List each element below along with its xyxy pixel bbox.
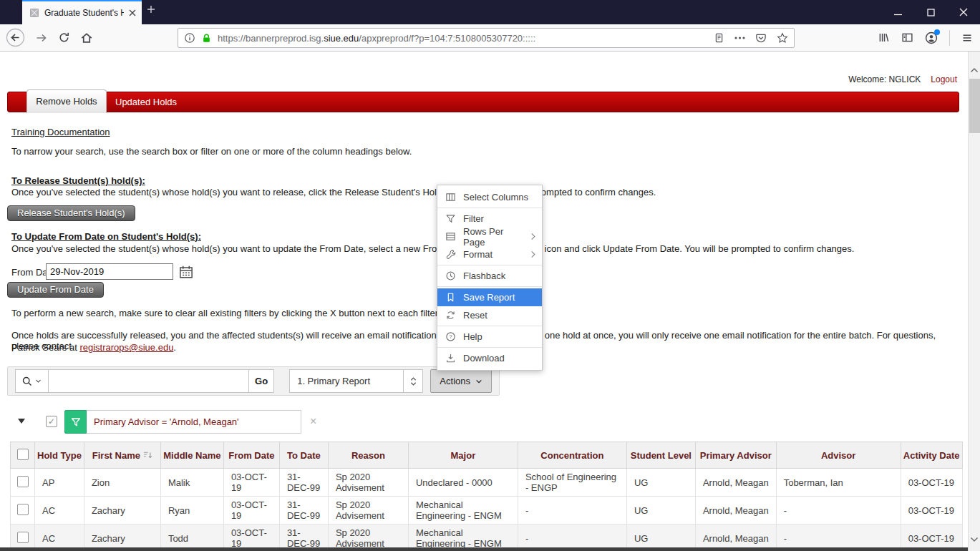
menu-item-filter[interactable]: Filter <box>437 210 542 228</box>
col-header-activity-date[interactable]: Activity Date <box>901 442 962 469</box>
scroll-up-arrow[interactable] <box>970 67 979 73</box>
screen: { "browser": { "tab_title": "Graduate St… <box>0 0 980 551</box>
browser-tab[interactable]: Graduate Student's Holds <box>22 0 142 24</box>
menu-item-save-report[interactable]: Save Report <box>437 288 542 306</box>
saved-report-select[interactable]: 1. Primary Report <box>289 369 423 393</box>
submenu-chevron-icon <box>530 250 536 258</box>
reset-icon <box>445 310 456 321</box>
calendar-icon[interactable] <box>179 265 193 279</box>
menu-item-rows-per-page[interactable]: Rows Per Page <box>437 228 542 245</box>
tab-close-icon[interactable] <box>129 9 136 16</box>
table-header-row: Hold Type First Name Middle Name From Da… <box>11 442 963 469</box>
submenu-chevron-icon <box>530 233 536 240</box>
window-maximize-button[interactable] <box>914 0 947 24</box>
col-header-advisor[interactable]: Advisor <box>776 442 901 469</box>
cell-activity-date: 03-OCT-19 <box>901 497 962 525</box>
release-holds-button[interactable]: Release Student's Hold(s) <box>7 205 135 221</box>
https-lock-icon[interactable] <box>201 33 212 44</box>
back-button[interactable] <box>6 28 25 47</box>
chevron-down-icon <box>475 378 482 385</box>
select-all-header[interactable] <box>11 442 35 469</box>
browser-navbar: https://bannerpreprod.isg.siue.edu/apxpr… <box>0 24 980 52</box>
scroll-down-arrow[interactable] <box>970 537 979 542</box>
pocket-icon[interactable] <box>755 32 767 44</box>
cell-reason: Sp 2020 Advisement <box>328 497 408 525</box>
col-header-concentration[interactable]: Concentration <box>518 442 626 469</box>
menu-item-reset[interactable]: Reset <box>437 306 542 324</box>
cell-first-name: Zion <box>84 469 160 497</box>
menu-item-label: Rows Per Page <box>463 226 523 248</box>
row-checkbox[interactable] <box>17 504 29 515</box>
intro-text: To narrow your search, use the search bo… <box>11 146 412 157</box>
cell-to-date: 31-DEC-99 <box>279 497 328 525</box>
cell-from-date: 03-OCT-19 <box>223 497 279 525</box>
update-section-heading: To Update From Date on Student's Hold(s)… <box>11 231 201 242</box>
update-from-date-button[interactable]: Update From Date <box>7 282 104 298</box>
window-close-button[interactable] <box>947 0 980 24</box>
menu-item-format[interactable]: Format <box>437 245 542 263</box>
col-header-middle-name[interactable]: Middle Name <box>160 442 223 469</box>
report-search-input[interactable] <box>48 369 249 393</box>
col-header-student-level[interactable]: Student Level <box>626 442 695 469</box>
select-all-checkbox[interactable] <box>17 449 29 460</box>
home-button[interactable] <box>80 31 93 44</box>
menu-item-flashback[interactable]: Flashback <box>437 267 542 285</box>
logout-link[interactable]: Logout <box>931 74 957 84</box>
col-header-major[interactable]: Major <box>408 442 518 469</box>
browser-titlebar: Graduate Student's Holds <box>0 0 980 24</box>
filters-collapse-triangle[interactable] <box>18 419 25 424</box>
chevron-down-icon <box>35 378 42 384</box>
window-minimize-button[interactable] <box>881 0 914 24</box>
menu-item-label: Filter <box>463 213 484 224</box>
page-scrollbar[interactable] <box>968 52 980 551</box>
filter-chip[interactable]: Primary Advisor = 'Arnold, Meagan' <box>64 410 301 434</box>
filter-remove-icon[interactable]: × <box>310 415 316 428</box>
search-options-button[interactable] <box>15 369 49 393</box>
tab-updated-holds[interactable]: Updated Holds <box>115 92 177 112</box>
col-header-first-name[interactable]: First Name <box>84 442 160 469</box>
actions-button[interactable]: Actions <box>430 369 492 393</box>
cell-primary-advisor: Arnold, Meagan <box>695 469 776 497</box>
scrollbar-thumb[interactable] <box>969 79 980 133</box>
forward-button[interactable] <box>35 31 48 44</box>
bookmark-star-icon[interactable] <box>777 32 788 44</box>
cell-hold-type: AC <box>35 497 84 525</box>
registrar-email-link[interactable]: registrarops@siue.edu <box>79 342 173 353</box>
report-search-toolbar: Go 1. Primary Report Actions <box>7 366 500 396</box>
menu-item-download[interactable]: Download <box>437 349 542 367</box>
select-spinner-icon[interactable] <box>403 369 422 393</box>
filter-enabled-checkbox[interactable]: ✓ <box>46 416 57 427</box>
actions-menu: Select Columns Filter Rows Per Page Form… <box>437 185 543 371</box>
tab-remove-holds[interactable]: Remove Holds <box>26 89 107 113</box>
page-favicon-icon <box>29 8 39 18</box>
from-date-input[interactable] <box>46 263 173 280</box>
menu-item-help[interactable]: ? Help <box>437 328 542 346</box>
menu-item-label: Format <box>463 249 493 260</box>
svg-text:?: ? <box>449 333 452 340</box>
col-header-primary-advisor[interactable]: Primary Advisor <box>695 442 776 469</box>
url-bar[interactable]: https://bannerpreprod.isg.siue.edu/apxpr… <box>178 28 795 48</box>
library-icon[interactable] <box>878 31 890 44</box>
menu-item-select-columns[interactable]: Select Columns <box>437 188 542 206</box>
toolbar-divider <box>949 30 950 46</box>
cell-student-level: UG <box>626 497 695 525</box>
menu-separator <box>437 286 542 287</box>
hamburger-menu-icon[interactable] <box>961 32 973 44</box>
reload-button[interactable] <box>58 31 70 44</box>
new-tab-button[interactable] <box>146 4 156 14</box>
go-button[interactable]: Go <box>248 369 274 393</box>
col-header-reason[interactable]: Reason <box>328 442 408 469</box>
page-actions-icon[interactable] <box>734 36 745 39</box>
site-info-icon[interactable] <box>184 32 195 44</box>
row-checkbox[interactable] <box>17 532 29 543</box>
training-documentation-link[interactable]: Training Documentation <box>11 127 110 137</box>
col-header-from-date[interactable]: From Date <box>223 442 279 469</box>
account-icon[interactable] <box>925 31 938 44</box>
col-header-to-date[interactable]: To Date <box>279 442 328 469</box>
account-notification-dot <box>934 29 940 35</box>
row-checkbox[interactable] <box>17 476 29 487</box>
col-header-hold-type[interactable]: Hold Type <box>35 442 84 469</box>
sidebar-toggle-icon[interactable] <box>901 31 913 44</box>
menu-item-label: Select Columns <box>463 192 528 203</box>
reader-view-icon[interactable] <box>714 32 724 44</box>
